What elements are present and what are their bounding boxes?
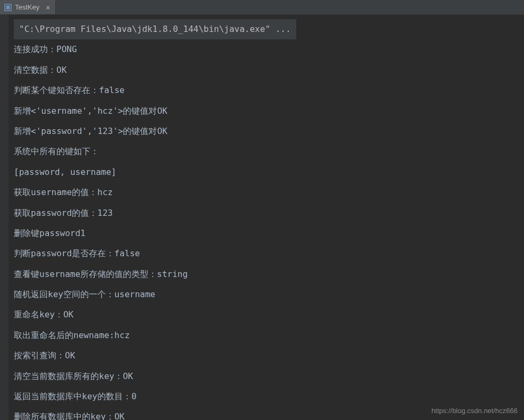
console-line: 连接成功：PONG: [9, 39, 524, 60]
console-line: 清空当前数据库所有的key：OK: [9, 366, 524, 387]
console-line: 判断password是否存在：false: [9, 243, 524, 264]
console-line: 重命名key：OK: [9, 305, 524, 325]
console-line: 系统中所有的键如下：: [9, 141, 524, 162]
console-line: 查看键username所存储的值的类型：string: [9, 264, 524, 284]
console-line: 返回当前数据库中key的数目：0: [9, 387, 524, 407]
console-line: 按索引查询：OK: [9, 346, 524, 366]
console-line: 新增<'username','hcz'>的键值对OK: [9, 101, 524, 121]
tab-testkey[interactable]: TestKey ×: [0, 0, 56, 14]
run-icon: [4, 4, 12, 11]
console-output: "C:\Program Files\Java\jdk1.8.0_144\bin\…: [0, 15, 524, 420]
console-line: 随机返回key空间的一个：username: [9, 284, 524, 305]
console-line: 删除键password1: [9, 223, 524, 243]
svg-rect-1: [6, 5, 10, 9]
watermark-text: https://blog.csdn.net/hcz666: [431, 407, 518, 415]
tab-bar: TestKey ×: [0, 0, 524, 15]
console-lines-container: 连接成功：PONG清空数据：OK判断某个键知否存在：false新增<'usern…: [9, 39, 524, 420]
close-icon[interactable]: ×: [45, 4, 51, 11]
console-line: 取出重命名后的newname:hcz: [9, 325, 524, 346]
console-line: 获取username的值：hcz: [9, 182, 524, 203]
tab-label: TestKey: [15, 3, 39, 11]
console-line: 清空数据：OK: [9, 60, 524, 80]
console-line: 获取password的值：123: [9, 203, 524, 223]
console-line: 新增<'password','123'>的键值对OK: [9, 121, 524, 141]
console-command: "C:\Program Files\Java\jdk1.8.0_144\bin\…: [14, 19, 296, 39]
console-line: [password, username]: [9, 162, 524, 182]
console-line: 判断某个键知否存在：false: [9, 80, 524, 100]
